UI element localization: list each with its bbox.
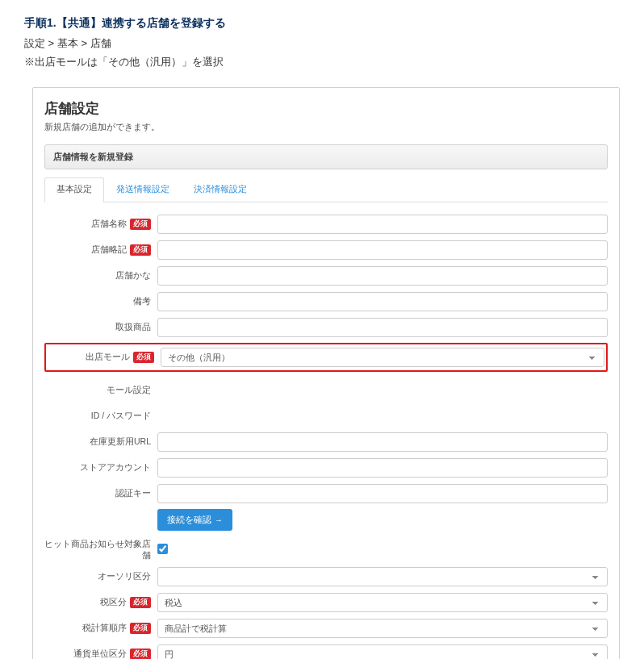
input-store-kana[interactable] [157,266,608,286]
row-auth-key: 認証キー [44,483,608,504]
label-store-name: 店舗名称 [91,219,127,230]
label-note: 備考 [133,296,151,307]
label-tax-type: 税区分 [100,597,127,608]
panel-desc: 新規店舗の追加ができます。 [44,121,608,133]
row-tax-type: 税区分必須 税込 [44,592,608,613]
tabs: 基本設定 発送情報設定 決済情報設定 [44,177,608,202]
label-auth-type: オーソリ区分 [98,571,151,582]
row-products: 取扱商品 [44,317,608,338]
label-auth-key: 認証キー [115,488,151,499]
required-badge: 必須 [133,352,154,363]
input-store-abbrev[interactable] [157,240,608,260]
label-mall: 出店モール [86,352,130,363]
label-stock-url: 在庫更新用URL [90,436,151,448]
tab-shipping[interactable]: 発送情報設定 [104,177,182,202]
label-store-kana: 店舗かな [115,270,151,282]
highlight-mall: 出店モール必須 その他（汎用） [44,343,608,372]
select-tax-type[interactable]: 税込 [157,593,608,612]
select-mall[interactable]: その他（汎用） [161,348,604,367]
select-currency-unit[interactable]: 円 [157,644,608,659]
step1-breadcrumb: 設定 > 基本 > 店舗 [24,35,620,52]
input-store-name[interactable] [157,215,608,234]
step1-title: 手順1.【共通】連携する店舗を登録する [24,16,620,31]
row-store-account: ストアアカウント [44,457,608,478]
row-auth-type: オーソリ区分 [44,566,608,587]
step1-note: ※出店モールは「その他（汎用）」を選択 [24,54,620,71]
row-note: 備考 [44,291,608,312]
label-mall-settings: モール設定 [107,385,151,396]
label-idpw: ID / パスワード [91,411,151,422]
row-hit-notify: ヒット商品お知らせ対象店舗 [44,539,608,561]
panel-title: 店舗設定 [44,99,608,118]
input-products[interactable] [157,318,608,337]
test-connection-button[interactable]: 接続を確認 [157,509,232,531]
required-badge: 必須 [130,649,151,659]
label-hit-notify: ヒット商品お知らせ対象店舗 [44,539,151,561]
row-store-name: 店舗名称必須 [44,214,608,235]
row-stock-url: 在庫更新用URL [44,432,608,453]
select-tax-order[interactable]: 商品計で税計算 [157,619,608,638]
section-header: 店舗情報を新規登録 [44,144,608,169]
select-auth-type[interactable] [157,567,608,586]
row-store-kana: 店舗かな [44,265,608,286]
row-currency-unit: 通貨単位区分必須 円 [44,644,608,659]
checkbox-hit-notify[interactable] [157,544,168,554]
tab-basic[interactable]: 基本設定 [44,177,104,202]
required-badge: 必須 [130,597,151,608]
input-store-account[interactable] [157,458,608,478]
row-idpw: ID / パスワード [44,406,608,427]
row-mall-settings: モール設定 [44,380,608,401]
tab-payment[interactable]: 決済情報設定 [182,177,259,202]
row-tax-order: 税計算順序必須 商品計で税計算 [44,618,608,639]
row-store-abbrev: 店舗略記必須 [44,240,608,261]
label-products: 取扱商品 [115,322,151,333]
label-store-account: ストアアカウント [80,462,151,473]
required-badge: 必須 [130,219,151,230]
input-auth-key[interactable] [157,484,608,503]
store-settings-panel: 店舗設定 新規店舗の追加ができます。 店舗情報を新規登録 基本設定 発送情報設定… [32,87,620,659]
required-badge: 必須 [130,244,151,256]
label-currency-unit: 通貨単位区分 [73,649,127,659]
label-tax-order: 税計算順序 [82,623,127,634]
required-badge: 必須 [130,623,151,634]
row-test-conn: 接続を確認 [44,509,608,531]
label-store-abbrev: 店舗略記 [91,244,127,256]
input-stock-url[interactable] [157,432,608,452]
input-note[interactable] [157,292,608,311]
